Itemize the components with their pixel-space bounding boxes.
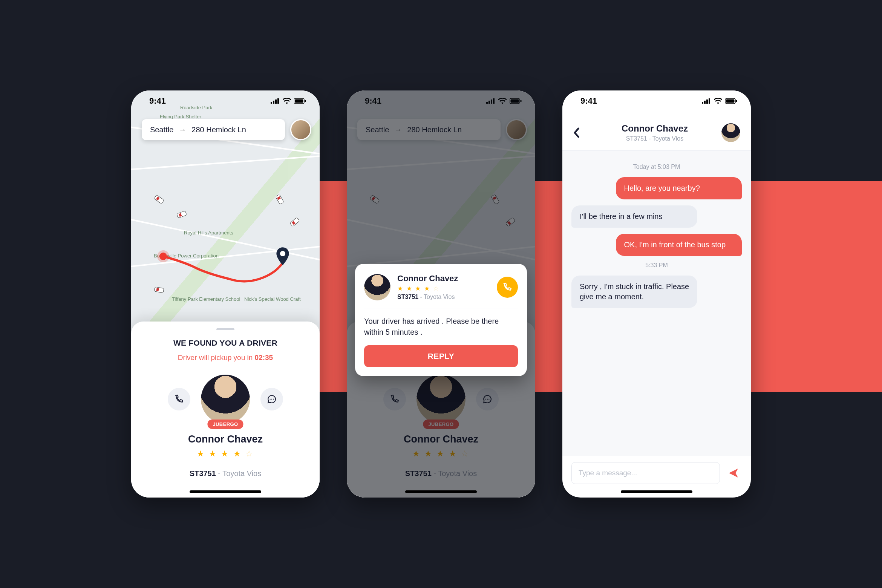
wifi-icon bbox=[283, 98, 291, 104]
cellular-icon bbox=[271, 98, 280, 104]
modal-vehicle-info: ST3751 - Toyota Vios bbox=[397, 294, 490, 300]
driver-avatar bbox=[201, 375, 250, 424]
svg-rect-5 bbox=[276, 194, 284, 205]
map-label: Tiffany Park Elementary School bbox=[172, 296, 240, 302]
route-search-bar[interactable]: Seattle → 280 Hemlock Ln bbox=[142, 119, 285, 140]
screen-driver-arrived: 9:41 Seattle → 280 Hemlock Ln WE FOUND Y… bbox=[347, 90, 535, 498]
wifi-icon bbox=[714, 98, 722, 104]
driver-arrived-modal: Connor Chavez ★ ★ ★ ★ ☆ ST3751 - Toyota … bbox=[355, 264, 527, 376]
svg-point-0 bbox=[280, 251, 285, 256]
home-indicator bbox=[190, 490, 261, 493]
svg-rect-7 bbox=[290, 217, 300, 227]
svg-rect-37 bbox=[702, 102, 703, 104]
message-incoming[interactable]: Sorry , I'm stuck in traffic. Please giv… bbox=[571, 276, 697, 308]
battery-icon bbox=[294, 98, 306, 104]
svg-rect-38 bbox=[704, 101, 706, 104]
message-outgoing[interactable]: Hello, are you nearby? bbox=[616, 177, 742, 199]
svg-rect-17 bbox=[305, 100, 306, 102]
message-input[interactable] bbox=[571, 462, 720, 484]
driver-name: Connor Chavez bbox=[142, 433, 309, 445]
map-label: Nick's Special Wood Craft bbox=[244, 296, 301, 302]
svg-rect-9 bbox=[154, 287, 164, 293]
sheet-drag-handle[interactable] bbox=[216, 328, 234, 330]
svg-rect-42 bbox=[726, 100, 735, 103]
chat-timestamp: Today at 5:03 PM bbox=[571, 164, 742, 170]
home-indicator bbox=[621, 490, 692, 493]
send-icon bbox=[727, 467, 740, 479]
battery-icon bbox=[725, 98, 737, 104]
origin-marker bbox=[159, 253, 167, 260]
svg-rect-14 bbox=[277, 98, 279, 104]
chat-subtitle: ST3751 - Toyota Vios bbox=[588, 135, 721, 142]
svg-rect-11 bbox=[271, 102, 272, 104]
destination-pin-icon bbox=[276, 247, 290, 267]
chat-timestamp: 5:33 PM bbox=[571, 262, 742, 269]
profile-avatar-button[interactable] bbox=[290, 119, 311, 140]
chat-icon bbox=[267, 394, 277, 404]
chevron-left-icon bbox=[573, 127, 580, 138]
status-time: 9:41 bbox=[580, 96, 597, 106]
screen-driver-found: Roadside Park Flying Park Shelter Cedar … bbox=[131, 90, 320, 498]
phone-icon bbox=[174, 394, 184, 404]
chat-title: Connor Chavez bbox=[588, 123, 721, 134]
back-button[interactable] bbox=[573, 127, 588, 138]
driver-rating: ★ ★ ★ ★ ☆ bbox=[142, 449, 309, 459]
svg-rect-43 bbox=[736, 100, 737, 102]
status-time: 9:41 bbox=[149, 96, 166, 106]
message-incoming[interactable]: I'll be there in a few mins bbox=[571, 205, 697, 228]
service-badge: JUBERGO bbox=[207, 420, 243, 429]
car-icon bbox=[153, 194, 165, 205]
send-button[interactable] bbox=[725, 465, 742, 481]
car-icon bbox=[153, 286, 165, 294]
car-icon bbox=[176, 210, 188, 219]
message-driver-button[interactable] bbox=[260, 388, 283, 410]
svg-rect-13 bbox=[275, 100, 277, 104]
chat-input-bar bbox=[571, 462, 742, 484]
car-icon bbox=[274, 193, 285, 205]
driver-avatar bbox=[364, 274, 390, 300]
svg-rect-39 bbox=[706, 100, 708, 104]
phone-icon bbox=[502, 282, 512, 292]
map-label: Flying Park Shelter bbox=[160, 114, 201, 119]
svg-rect-16 bbox=[295, 100, 303, 103]
sheet-subtitle: Driver will pickup you in 02:35 bbox=[142, 354, 309, 362]
modal-driver-name: Connor Chavez bbox=[397, 274, 490, 283]
search-from: Seattle bbox=[150, 126, 173, 134]
status-bar: 9:41 bbox=[562, 90, 751, 112]
svg-point-20 bbox=[273, 399, 274, 400]
modal-rating: ★ ★ ★ ★ ☆ bbox=[397, 285, 490, 292]
arrow-right-icon: → bbox=[179, 126, 186, 134]
chat-message-list[interactable]: Today at 5:03 PM Hello, are you nearby? … bbox=[562, 151, 751, 456]
modal-call-button[interactable] bbox=[497, 277, 518, 298]
modal-message: Your driver has arrived . Please be ther… bbox=[364, 316, 518, 338]
home-indicator bbox=[405, 490, 477, 493]
svg-point-19 bbox=[271, 399, 272, 400]
chat-avatar[interactable] bbox=[721, 123, 740, 142]
svg-rect-12 bbox=[273, 101, 274, 104]
cellular-icon bbox=[702, 98, 711, 104]
vehicle-info: ST3751 - Toyota Vios bbox=[142, 469, 309, 478]
map-label: Royal Hills Apartments bbox=[184, 230, 233, 236]
reply-button[interactable]: REPLY bbox=[364, 345, 518, 367]
car-icon bbox=[288, 216, 301, 228]
message-outgoing[interactable]: OK, I'm in front of the bus stop bbox=[616, 234, 742, 256]
call-driver-button[interactable] bbox=[168, 388, 190, 410]
screen-chat: 9:41 Connor Chavez ST3751 - Toyota Vios … bbox=[562, 90, 751, 498]
driver-found-sheet: WE FOUND YOU A DRIVER Driver will pickup… bbox=[131, 322, 320, 498]
status-bar: 9:41 bbox=[131, 90, 320, 112]
svg-point-18 bbox=[270, 399, 270, 400]
svg-rect-3 bbox=[177, 211, 187, 218]
svg-rect-1 bbox=[154, 195, 164, 204]
sheet-title: WE FOUND YOU A DRIVER bbox=[142, 338, 309, 348]
search-to: 280 Hemlock Ln bbox=[191, 126, 246, 134]
svg-rect-40 bbox=[709, 98, 710, 104]
